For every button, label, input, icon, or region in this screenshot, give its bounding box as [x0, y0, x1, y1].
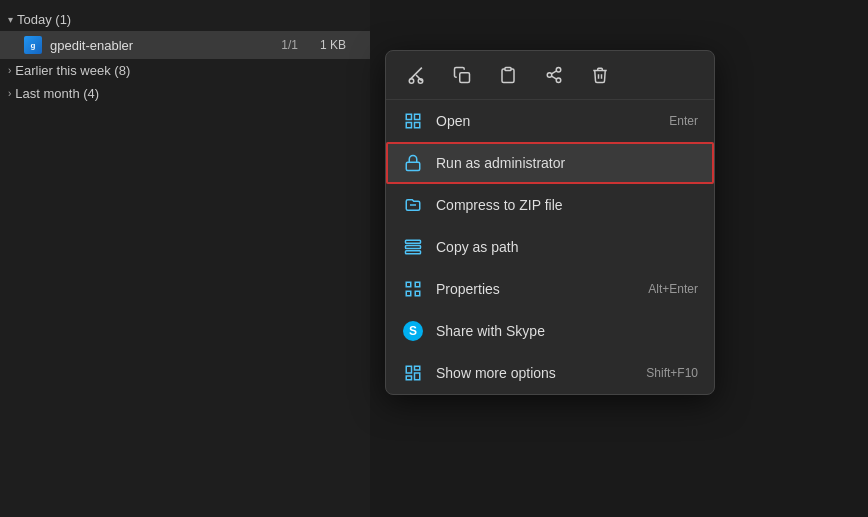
share-icon[interactable] [540, 61, 568, 89]
admin-icon [402, 152, 424, 174]
group-last-month[interactable]: › Last month (4) [0, 82, 370, 105]
menu-item-open[interactable]: Open Enter [386, 100, 714, 142]
context-menu-toolbar [386, 51, 714, 100]
svg-rect-24 [406, 366, 411, 373]
paste-icon[interactable] [494, 61, 522, 89]
svg-rect-21 [406, 291, 411, 296]
file-size: 1 KB [306, 38, 346, 52]
menu-item-open-label: Open [436, 113, 657, 129]
menu-item-compress-label: Compress to ZIP file [436, 197, 686, 213]
svg-point-8 [556, 78, 561, 83]
menu-item-copy-path-label: Copy as path [436, 239, 686, 255]
group-earlier[interactable]: › Earlier this week (8) [0, 59, 370, 82]
svg-rect-14 [406, 123, 411, 128]
svg-rect-20 [406, 282, 411, 287]
file-date: 1/1 [281, 38, 298, 52]
copy-path-icon [402, 236, 424, 258]
svg-rect-22 [415, 282, 420, 287]
skype-icon: S [402, 320, 424, 342]
svg-rect-23 [415, 291, 420, 296]
svg-rect-15 [406, 162, 420, 170]
svg-line-9 [551, 76, 556, 79]
svg-line-10 [551, 71, 556, 74]
menu-item-run-as-admin[interactable]: Run as administrator [386, 142, 714, 184]
chevron-right-icon-2: › [8, 88, 11, 99]
delete-icon[interactable] [586, 61, 614, 89]
file-list: ▾ Today (1) g gpedit-enabler 1/1 1 KB › … [0, 0, 370, 517]
svg-rect-4 [460, 73, 470, 83]
svg-point-0 [409, 79, 414, 84]
chevron-down-icon: ▾ [8, 14, 13, 25]
svg-rect-12 [415, 114, 420, 119]
svg-rect-13 [415, 123, 420, 128]
file-item-gpedit[interactable]: g gpedit-enabler 1/1 1 KB [0, 31, 370, 59]
svg-rect-5 [505, 68, 511, 71]
svg-rect-25 [415, 373, 420, 380]
menu-item-open-shortcut: Enter [669, 114, 698, 128]
menu-item-more-options[interactable]: Show more options Shift+F10 [386, 352, 714, 394]
svg-point-7 [547, 73, 552, 78]
more-options-icon [402, 362, 424, 384]
menu-item-more-shortcut: Shift+F10 [646, 366, 698, 380]
menu-item-properties-shortcut: Alt+Enter [648, 282, 698, 296]
menu-item-properties[interactable]: Properties Alt+Enter [386, 268, 714, 310]
group-today[interactable]: ▾ Today (1) [0, 8, 370, 31]
file-name: gpedit-enabler [50, 38, 281, 53]
svg-line-2 [410, 68, 422, 80]
svg-rect-26 [415, 366, 420, 370]
svg-rect-17 [406, 240, 421, 243]
group-earlier-label: Earlier this week (8) [15, 63, 130, 78]
menu-item-compress[interactable]: Compress to ZIP file [386, 184, 714, 226]
compress-icon [402, 194, 424, 216]
open-icon [402, 110, 424, 132]
group-last-month-label: Last month (4) [15, 86, 99, 101]
file-icon: g [24, 36, 42, 54]
svg-rect-18 [406, 246, 421, 249]
group-today-label: Today (1) [17, 12, 71, 27]
cut-icon[interactable] [402, 61, 430, 89]
menu-item-admin-label: Run as administrator [436, 155, 686, 171]
chevron-right-icon: › [8, 65, 11, 76]
menu-item-more-label: Show more options [436, 365, 634, 381]
menu-item-properties-label: Properties [436, 281, 636, 297]
properties-icon [402, 278, 424, 300]
svg-rect-11 [406, 114, 411, 119]
menu-item-skype[interactable]: S Share with Skype [386, 310, 714, 352]
menu-item-copy-path[interactable]: Copy as path [386, 226, 714, 268]
menu-item-skype-label: Share with Skype [436, 323, 686, 339]
copy-icon[interactable] [448, 61, 476, 89]
svg-point-6 [556, 68, 561, 73]
context-menu: Open Enter Run as administrator Compress… [385, 50, 715, 395]
svg-rect-19 [406, 251, 421, 254]
svg-rect-27 [406, 376, 411, 380]
